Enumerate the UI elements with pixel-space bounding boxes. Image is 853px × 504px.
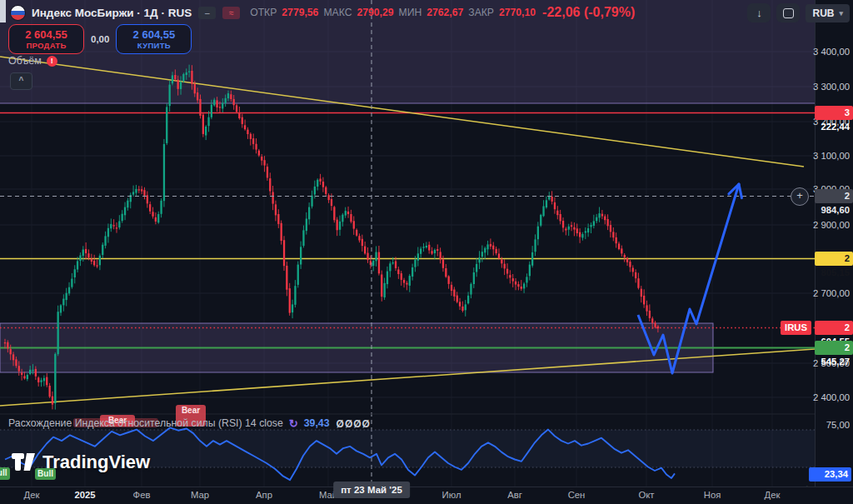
download-button[interactable]: ↓	[747, 3, 771, 22]
sell-button[interactable]: 2 604,55 ПРОДАТЬ	[8, 24, 84, 54]
price-tick-label: 2 900,00	[813, 220, 850, 230]
ohlc-label: ОТКР	[250, 7, 277, 18]
tradingview-watermark[interactable]: TradingView	[11, 451, 150, 473]
time-tick-label: Апр	[256, 490, 272, 500]
ohlc-value: 2770,10	[499, 7, 536, 18]
symbol-legend: Индекс МосБиржи · 1Д · RUS – ≈ ОТКР2779,…	[11, 5, 635, 20]
price-label-chip: 2 805,15	[815, 252, 853, 266]
price-tick-label: 3 400,00	[813, 47, 850, 57]
buy-button[interactable]: 2 604,55 КУПИТЬ	[116, 24, 192, 54]
volume-label: Объём	[8, 55, 42, 67]
trade-panel: 2 604,55 ПРОДАТЬ 0,00 2 604,55 КУПИТЬ	[8, 24, 192, 54]
price-label-chip: 2 984,60	[815, 189, 853, 203]
time-tick-label: Мар	[191, 490, 209, 500]
ohlc-label: ЗАКР	[468, 7, 494, 18]
currency-label: RUB	[812, 7, 834, 19]
bull-signal-label: Bull	[0, 467, 10, 480]
crosshair-date-chip: пт 23 Май '25	[333, 482, 410, 498]
rsi-refresh-icon[interactable]: ↻	[289, 417, 298, 430]
spread-value: 0,00	[91, 34, 109, 44]
chart-window: Индекс МосБиржи · 1Д · RUS – ≈ ОТКР2779,…	[0, 0, 853, 504]
price-tick-label: 3 100,00	[813, 151, 850, 161]
buy-price: 2 604,55	[133, 28, 176, 41]
tradingview-logo-icon	[11, 451, 36, 473]
time-tick-label: 2025	[74, 490, 95, 500]
legend-minus-toggle[interactable]: –	[198, 7, 216, 19]
rsi-title: Расхождение Индекса относительной силы (…	[8, 417, 283, 429]
rsi-legend: Расхождение Индекса относительной силы (…	[8, 416, 370, 431]
price-label-chip: 2 545,27	[815, 341, 853, 355]
bull-signal-label: Bull	[35, 468, 56, 480]
price-tick-label: 3 300,00	[813, 82, 850, 92]
rsi-value: 39,43	[304, 417, 330, 429]
price-tick-label: 2 400,00	[813, 392, 850, 402]
ohlc-values: ОТКР2779,56МАКС2790,29МИН2762,67ЗАКР2770…	[250, 7, 536, 18]
time-axis[interactable]: пт 23 Май '25 Дек2025ФевМарАпрМайИюлАвгС…	[0, 487, 853, 504]
time-tick-label: Сен	[568, 490, 586, 500]
chevron-down-icon: ▾	[839, 9, 843, 17]
rsi-empty-slot-icon: Ø	[345, 418, 352, 430]
time-tick-label: Фев	[133, 490, 151, 500]
symbol-price-prefix: IRUS	[781, 321, 811, 335]
rsi-empty-slot-icon: Ø	[353, 418, 361, 430]
volume-warning-icon[interactable]: !	[47, 56, 57, 67]
symbol-title: Индекс МосБиржи · 1Д · RUS	[32, 7, 192, 19]
buy-label: КУПИТЬ	[137, 41, 171, 50]
time-tick-label: Ноя	[704, 490, 721, 500]
ohlc-value: 2779,56	[282, 7, 318, 18]
time-tick-label: Окт	[638, 490, 654, 500]
chart-controls: ↓ RUB ▾	[747, 3, 850, 22]
price-label-chip: 23,34	[809, 467, 851, 482]
sell-price: 2 604,55	[25, 28, 67, 41]
price-tick-label: 75,00	[826, 420, 850, 430]
time-tick-label: Июл	[442, 490, 461, 500]
price-label-chip: 3 222,44	[815, 106, 853, 120]
price-label-chip: 2 604,55IRUS	[815, 321, 853, 335]
time-tick-label: Дек	[24, 490, 40, 500]
legend-wave-toggle[interactable]: ≈	[222, 7, 240, 19]
sell-label: ПРОДАТЬ	[26, 41, 66, 50]
volume-indicator-row: Объём !	[8, 55, 57, 67]
time-tick-label: Авг	[507, 490, 522, 500]
rsi-empty-slot-icon: Ø	[362, 418, 370, 430]
russia-flag-icon	[11, 6, 25, 20]
rsi-empty-slots: ØØØØ	[336, 416, 370, 431]
add-alert-plus-icon[interactable]: +	[791, 187, 809, 206]
ohlc-value: 2790,29	[357, 7, 393, 18]
currency-dropdown[interactable]: RUB ▾	[806, 4, 850, 22]
window-edge-strip	[0, 0, 6, 22]
fullscreen-icon	[783, 8, 794, 18]
ohlc-label: МИН	[399, 7, 422, 18]
ohlc-value: 2762,67	[426, 7, 463, 18]
rsi-empty-slot-icon: Ø	[337, 418, 344, 430]
tradingview-logo-text: TradingView	[42, 452, 150, 473]
collapse-legend-button[interactable]: ^	[10, 72, 32, 90]
fullscreen-button[interactable]	[776, 3, 800, 22]
time-tick-label: Дек	[765, 490, 781, 500]
change-value: -22,06 (-0,79%)	[542, 5, 635, 20]
price-tick-label: 2 700,00	[813, 288, 850, 298]
ohlc-label: МАКС	[323, 7, 352, 18]
